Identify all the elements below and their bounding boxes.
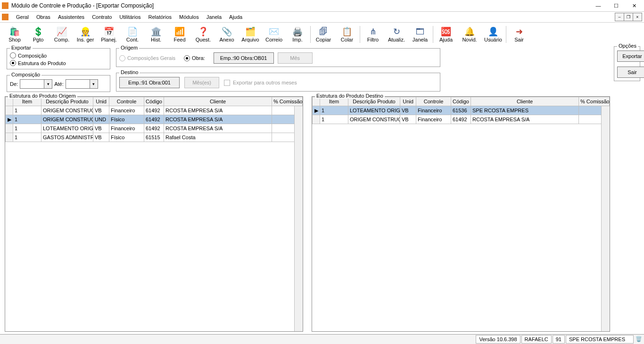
toolbar-copiar[interactable]: 🗐Copiar [312, 25, 335, 44]
toolbar-arquivo[interactable]: 🗂️Arquivo [239, 25, 262, 44]
toolbar-sair[interactable]: ➜Sair [507, 25, 531, 44]
table-row[interactable]: ▶1ORIGEM CONSTRUÇÃOUNDFísico61492RCOSTA … [6, 115, 303, 124]
toolbar-imp[interactable]: 🖨️Imp. [286, 25, 309, 44]
chevron-down-icon[interactable]: ▾ [44, 79, 52, 89]
toolbar-quest[interactable]: ❓Quest. [191, 25, 215, 44]
cell: LOTEAMENTO ORIGEM [41, 124, 93, 133]
toolbar-feed[interactable]: 📶Feed [168, 25, 191, 44]
toolbar-filtro[interactable]: ⋔Filtro [361, 25, 385, 44]
col-header[interactable]: Cliente [471, 97, 579, 106]
col-header[interactable]: Cliente [164, 97, 272, 106]
toolbar-label: Planej. [101, 37, 117, 42]
table-row[interactable]: 1LOTEAMENTO ORIGEMVBFinanceiro61492RCOST… [6, 124, 303, 133]
status-empresa: SPE RCOSTA EMPRES [566, 335, 634, 344]
toolbar-hist[interactable]: 🏛️Hist. [144, 25, 168, 44]
col-header[interactable]: Controle [109, 97, 144, 106]
table-row[interactable]: 1ORIGEM CONSTRUÇÃOVBFinanceiro61492RCOST… [6, 106, 303, 115]
trash-icon[interactable]: 🗑️ [636, 336, 642, 343]
menu-contrato[interactable]: Contrato [88, 13, 116, 21]
cell: Financeiro [109, 106, 144, 115]
col-header[interactable]: Controle [416, 97, 451, 106]
toolbar-planej[interactable]: 📅Planej. [97, 25, 121, 44]
cell: VB [93, 124, 109, 133]
row-pointer-icon [6, 106, 13, 115]
scrollbar-vertical[interactable] [601, 106, 610, 331]
col-header[interactable]: Código [451, 97, 471, 106]
toolbar-atualiz[interactable]: ↻Atualiz. [385, 25, 408, 44]
cell: RCOSTA EMPRESA S/A [164, 124, 272, 133]
toolbar-shop[interactable]: 🛍️Shop [3, 25, 26, 44]
radio-estrutura-produto[interactable]: Estrutura do Produto [10, 60, 66, 66]
scrollbar-vertical[interactable] [294, 106, 303, 331]
minimize-button[interactable]: — [590, 1, 606, 10]
table-origem[interactable]: Estrutura do Produto Origem ItemDescriçã… [5, 96, 303, 332]
destino-obra-button[interactable]: Emp.:91 Obra:001 [119, 77, 180, 88]
toolbar-correio[interactable]: ✉️Correio [262, 25, 286, 44]
de-combo[interactable]: ▾ [20, 79, 52, 89]
comp-icon: 📈 [57, 27, 67, 36]
table-destino[interactable]: Estrutura do Produto Destino ItemDescriç… [312, 96, 610, 332]
col-header[interactable]: % Comissão [579, 97, 610, 106]
toolbar-pgto[interactable]: 💲Pgto [26, 25, 50, 44]
sair-button[interactable]: Sair [617, 67, 644, 78]
table-row[interactable]: 1ORIGEM CONSTRUÇÃOVBFinanceiro61492RCOST… [313, 115, 610, 124]
cell: LOTEAMENTO ORIGEM [348, 106, 400, 115]
menu-relatórios[interactable]: Relatórios [145, 13, 176, 21]
table-row[interactable]: ▶1LOTEAMENTO ORIGEMVBFinanceiro61536SPE … [313, 106, 610, 115]
toolbar-label: Novid. [462, 37, 477, 42]
col-header[interactable]: Código [144, 97, 164, 106]
pgto-icon: 💲 [33, 27, 43, 36]
radio-composicao[interactable]: Composição [10, 52, 47, 59]
radio-composicoes-gerais: Composições Gerais [119, 55, 175, 61]
col-header[interactable]: % Comissão [272, 97, 303, 106]
chevron-down-icon[interactable]: ▾ [90, 79, 98, 89]
mdi-restore-button[interactable]: ❐ [624, 13, 633, 21]
exportar-button[interactable]: Exportar [617, 50, 644, 62]
menu-bar: GeralObrasAssistentesContratoUtilitários… [0, 12, 644, 23]
toolbar-usuário[interactable]: 👤Usuário [481, 25, 505, 44]
ajuda-icon: 🆘 [441, 27, 451, 36]
table-row[interactable]: 1GASTOS ADMINISTRATVBFísico61515Rafael C… [6, 133, 303, 142]
menu-módulos[interactable]: Módulos [175, 13, 203, 21]
menu-ajuda[interactable]: Ajuda [225, 13, 246, 21]
close-button[interactable]: ✕ [626, 1, 642, 10]
toolbar-anexo[interactable]: 📎Anexo [215, 25, 239, 44]
ate-input[interactable] [66, 79, 90, 89]
origem-obra-button[interactable]: Emp.:90 Obra:OB01 [214, 52, 274, 64]
menu-obras[interactable]: Obras [33, 13, 54, 21]
mdi-minimize-button[interactable]: – [615, 13, 624, 21]
toolbar-colar[interactable]: 📋Colar [335, 25, 359, 44]
status-user: RAFAELC [521, 335, 552, 344]
copiar-icon: 🗐 [319, 27, 328, 36]
composicao-legend: Composição [10, 72, 41, 77]
options-legend: Opções [617, 43, 638, 49]
radio-obra[interactable]: Obra: [184, 55, 205, 61]
col-header[interactable]: Unid [93, 97, 109, 106]
col-header[interactable]: Unid [400, 97, 416, 106]
toolbar-comp[interactable]: 📈Comp. [50, 25, 74, 44]
menu-utilitários[interactable]: Utilitários [116, 13, 144, 21]
row-pointer-icon: ▶ [313, 106, 320, 115]
status-bar: Versão 10.6.398 RAFAELC 91 SPE RCOSTA EM… [0, 334, 644, 344]
cell: 1 [320, 106, 348, 115]
toolbar-ins-ger[interactable]: 👷Ins. ger [74, 25, 97, 44]
anexo-icon: 📎 [222, 27, 232, 36]
app-icon [2, 2, 8, 9]
cell: 1 [13, 106, 41, 115]
mdi-close-button[interactable]: × [633, 13, 642, 21]
ate-combo[interactable]: ▾ [66, 79, 98, 89]
toolbar-novid[interactable]: 🔔Novid. [458, 25, 481, 44]
toolbar-janela[interactable]: 🗔Janela [408, 25, 432, 44]
menu-assistentes[interactable]: Assistentes [54, 13, 88, 21]
cell: Financeiro [109, 124, 144, 133]
maximize-button[interactable]: ☐ [608, 1, 624, 10]
toolbar-separator [310, 26, 311, 43]
toolbar-label: Copiar [316, 37, 331, 42]
toolbar-cont[interactable]: 📄Cont. [121, 25, 144, 44]
de-input[interactable] [20, 79, 44, 89]
menu-janela[interactable]: Janela [203, 13, 225, 21]
toolbar-ajuda[interactable]: 🆘Ajuda [434, 25, 458, 44]
toolbar-label: Anexo [219, 37, 234, 42]
toolbar-label: Hist. [151, 37, 161, 42]
menu-geral[interactable]: Geral [12, 13, 33, 21]
